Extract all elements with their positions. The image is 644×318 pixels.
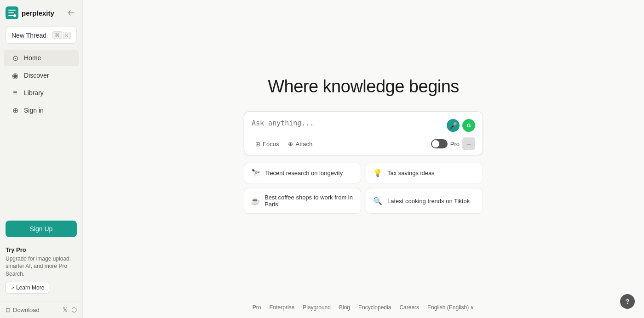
chevron-down-icon: ∨ <box>470 304 474 311</box>
focus-label: Focus <box>263 141 279 148</box>
language-label: English (English) <box>427 304 469 311</box>
language-selector[interactable]: English (English) ∨ <box>427 304 474 311</box>
social-links: 𝕏 ⬡ <box>63 306 77 313</box>
twitter-icon: 𝕏 <box>63 306 68 313</box>
attach-button[interactable]: ⊕ Attach <box>284 138 316 150</box>
search-actions: ⊞ Focus ⊕ Attach <box>252 138 316 150</box>
sidebar-item-label: Home <box>24 54 41 62</box>
pro-label: Pro <box>450 141 460 148</box>
download-button[interactable]: ⊡ Download <box>6 307 40 313</box>
arrow-icon: → <box>466 141 472 148</box>
home-icon: ⊙ <box>11 54 19 62</box>
search-bottom-row: ⊞ Focus ⊕ Attach Pro → <box>252 137 475 150</box>
attach-label: Attach <box>295 141 312 148</box>
shortcut-k: K <box>63 32 71 39</box>
hero-title: Where knowledge begins <box>268 77 459 97</box>
search-icon-group: 🎤 G <box>447 119 475 132</box>
voice-input-button[interactable]: 🎤 <box>447 119 460 132</box>
svg-point-1 <box>13 14 16 17</box>
external-link-icon: ↗ <box>11 285 14 290</box>
suggestion-icon-1: 💡 <box>373 169 383 177</box>
suggestion-text-1: Tax savings ideas <box>387 170 435 176</box>
suggestion-card-3[interactable]: 🔍 Latest cooking trends on Tiktok <box>366 188 483 214</box>
suggestion-card-2[interactable]: ☕ Best coffee shops to work from in Pari… <box>244 188 361 214</box>
suggestions-grid: 🔭 Recent research on longevity 💡 Tax sav… <box>244 163 483 214</box>
try-pro-title: Try Pro <box>6 246 77 253</box>
learn-more-button[interactable]: ↗ Learn More <box>6 282 49 294</box>
collapse-sidebar-button[interactable] <box>66 7 77 18</box>
suggestion-icon-0: 🔭 <box>251 169 261 177</box>
sidebar-item-label: Sign in <box>24 107 44 114</box>
download-label: Download <box>13 307 40 313</box>
sidebar-bottom: Sign Up Try Pro Upgrade for image upload… <box>0 215 82 301</box>
suggestion-card-1[interactable]: 💡 Tax savings ideas <box>366 163 483 183</box>
signin-icon: ⊕ <box>11 106 19 114</box>
shortcut-cmd: ⌘ <box>52 31 62 39</box>
sidebar-item-home[interactable]: ⊙ Home <box>4 50 79 66</box>
search-input[interactable] <box>252 119 447 127</box>
footer-link-blog[interactable]: Blog <box>339 304 350 311</box>
suggestion-card-0[interactable]: 🔭 Recent research on longevity <box>244 163 361 183</box>
logo-text: perplexity <box>22 9 54 17</box>
sidebar-footer: ⊡ Download 𝕏 ⬡ <box>0 301 82 318</box>
grammarly-button[interactable]: G <box>462 119 475 132</box>
focus-button[interactable]: ⊞ Focus <box>252 138 282 150</box>
search-input-row: 🎤 G <box>252 119 475 132</box>
try-pro-box: Try Pro Upgrade for image upload, smarte… <box>6 244 77 295</box>
library-icon: ≡ <box>11 89 19 97</box>
footer-link-enterprise[interactable]: Enterprise <box>270 304 295 311</box>
sidebar: perplexity New Thread ⌘ K ⊙ Home ◉ Disco… <box>0 0 83 318</box>
learn-more-label: Learn More <box>16 284 44 291</box>
sidebar-item-label: Library <box>24 89 44 97</box>
suggestion-text-2: Best coffee shops to work from in Paris <box>264 194 354 208</box>
compass-icon: ◉ <box>11 71 19 80</box>
help-button[interactable]: ? <box>620 294 635 309</box>
shortcut-hint: ⌘ K <box>52 31 71 39</box>
new-thread-button[interactable]: New Thread ⌘ K <box>6 27 77 44</box>
try-pro-description: Upgrade for image upload, smarter AI, an… <box>6 255 77 278</box>
page-footer: Pro Enterprise Playground Blog Encyclope… <box>253 304 474 311</box>
focus-icon: ⊞ <box>255 141 260 148</box>
pro-toggle-switch[interactable] <box>431 139 448 148</box>
main-content: Where knowledge begins 🎤 G ⊞ Focus ⊕ <box>83 0 644 318</box>
sidebar-item-label: Discover <box>24 72 49 79</box>
sidebar-item-library[interactable]: ≡ Library <box>4 85 79 101</box>
sidebar-header: perplexity <box>0 0 82 23</box>
nav-items: ⊙ Home ◉ Discover ≡ Library ⊕ Sign in <box>0 47 82 121</box>
attach-icon: ⊕ <box>288 141 293 148</box>
grammarly-icon: G <box>467 123 471 128</box>
sidebar-item-discover[interactable]: ◉ Discover <box>4 67 79 84</box>
suggestion-text-3: Latest cooking trends on Tiktok <box>387 198 470 204</box>
download-icon: ⊡ <box>6 307 11 313</box>
pro-toggle: Pro → <box>431 137 475 150</box>
sign-up-button[interactable]: Sign Up <box>6 221 77 237</box>
footer-link-pro[interactable]: Pro <box>253 304 261 311</box>
toggle-knob <box>432 140 439 148</box>
footer-link-encyclopedia[interactable]: Encyclopedia <box>358 304 391 311</box>
suggestion-icon-2: ☕ <box>251 197 260 205</box>
discord-button[interactable]: ⬡ <box>71 306 77 313</box>
search-box: 🎤 G ⊞ Focus ⊕ Attach <box>244 111 483 155</box>
new-thread-label: New Thread <box>12 32 46 39</box>
sidebar-item-signin[interactable]: ⊕ Sign in <box>4 102 79 119</box>
submit-button[interactable]: → <box>462 137 475 150</box>
discord-icon: ⬡ <box>71 306 77 313</box>
twitter-button[interactable]: 𝕏 <box>63 306 68 313</box>
suggestion-icon-3: 🔍 <box>373 197 383 205</box>
suggestion-text-0: Recent research on longevity <box>265 170 343 176</box>
footer-link-playground[interactable]: Playground <box>303 304 331 311</box>
logo: perplexity <box>6 6 54 19</box>
footer-link-careers[interactable]: Careers <box>399 304 419 311</box>
microphone-icon: 🎤 <box>449 122 457 129</box>
logo-icon <box>6 6 18 19</box>
